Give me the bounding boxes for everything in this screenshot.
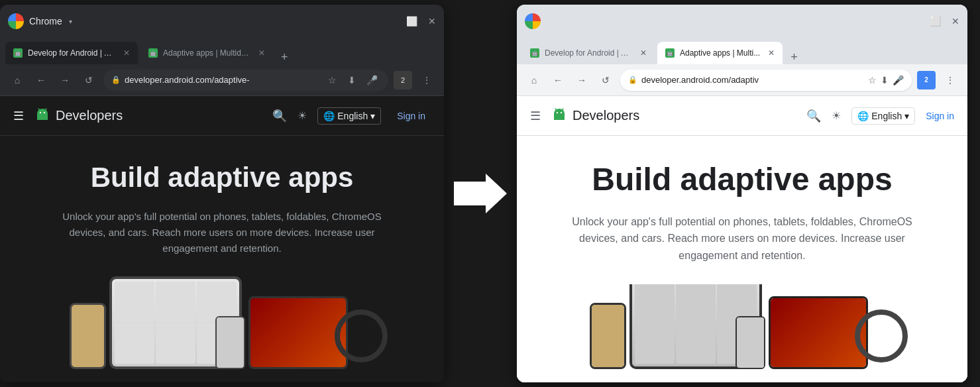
light-sign-in-button[interactable]: Sign in	[926, 111, 954, 121]
tab-adaptive-apps-dark[interactable]: 🤖 Adaptive apps | Multidevic... ✕	[140, 42, 273, 64]
new-tab-light-button[interactable]: +	[785, 50, 803, 64]
arrow-icon	[454, 174, 507, 213]
svg-point-2	[40, 111, 41, 113]
light-forward-button[interactable]: →	[572, 71, 591, 89]
tab-close-button[interactable]: ✕	[123, 48, 130, 58]
light-site-nav: ☰ Developers 🔍 ☀ 🌐	[517, 96, 967, 136]
light-extensions-button[interactable]: 2	[917, 71, 936, 89]
globe-icon: 🌐	[323, 111, 335, 121]
chrome-caret-icon: ▾	[69, 18, 72, 25]
svg-rect-1	[37, 113, 48, 120]
dark-address-bar: ⌂ ← → ↺ 🔒 developer.android.com/adaptive…	[0, 64, 444, 96]
new-tab-button[interactable]: +	[276, 50, 294, 64]
menu-button[interactable]: ⋮	[417, 71, 436, 89]
tab-close-light-button[interactable]: ✕	[640, 48, 647, 58]
url-text-dark: developer.android.com/adaptive-	[125, 75, 319, 85]
mid-phone-screen-dark	[217, 317, 244, 368]
light-mid-phone-screen	[737, 317, 764, 368]
mid-phone-device-dark	[215, 316, 245, 369]
tab-develop-android[interactable]: 🤖 Develop for Android | And... ✕	[5, 42, 138, 64]
light-car-display	[855, 309, 908, 362]
bookmark-icon[interactable]: ☆	[323, 72, 341, 89]
dark-site-nav: ☰ Developers 🔍 ☀ 🌐	[0, 96, 444, 136]
light-foldable-device	[769, 296, 868, 369]
refresh-button[interactable]: ↺	[80, 71, 98, 89]
chrome-label: Chrome	[29, 16, 62, 27]
forward-button[interactable]: →	[56, 71, 74, 89]
dark-page-content: ☰ Developers 🔍 ☀ 🌐	[0, 96, 444, 382]
light-search-icon[interactable]: 🔍	[806, 109, 821, 123]
light-language-selector[interactable]: 🌐 English ▾	[851, 107, 915, 125]
light-download-icon[interactable]: ⬇	[881, 75, 889, 85]
svg-line-4	[38, 109, 40, 110]
security-icon: 🔒	[111, 76, 121, 84]
light-minimize-button[interactable]: ⬜	[930, 16, 941, 27]
light-address-bar: ⌂ ← → ↺ 🔒 developer.android.com/adaptiv …	[517, 64, 967, 96]
light-lang-label: English	[871, 111, 902, 121]
tab-adaptive-light[interactable]: 🤖 Adaptive apps | Multi... ✕	[657, 42, 783, 64]
android-icon	[34, 108, 50, 124]
dark-tabs-bar: 🤖 Develop for Android | And... ✕ 🤖 Adapt…	[0, 38, 444, 64]
hero-title: Build adaptive apps	[91, 162, 354, 193]
light-theme-toggle-icon[interactable]: ☀	[832, 109, 841, 122]
light-window-controls: ⬜ ✕	[930, 16, 959, 27]
light-phone-screen	[592, 305, 624, 367]
phone-device-dark	[70, 303, 106, 369]
light-home-button[interactable]: ⌂	[525, 71, 543, 89]
download-icon[interactable]: ⬇	[343, 72, 360, 89]
close-button[interactable]: ✕	[428, 16, 436, 27]
sign-in-button[interactable]: Sign in	[392, 108, 431, 124]
tab-close-adaptive-light-button[interactable]: ✕	[768, 48, 775, 58]
light-back-button[interactable]: ←	[549, 71, 567, 89]
light-security-icon: 🔒	[628, 76, 637, 84]
light-hamburger-icon[interactable]: ☰	[530, 109, 541, 123]
hamburger-menu-icon[interactable]: ☰	[13, 109, 24, 123]
light-refresh-button[interactable]: ↺	[596, 71, 615, 89]
light-lang-caret-icon: ▾	[904, 111, 909, 121]
light-android-icon	[551, 108, 567, 124]
light-hero-description: Unlock your app's full potential on phon…	[557, 213, 928, 264]
tab-close-adaptive-button[interactable]: ✕	[258, 48, 265, 58]
dark-url-bar[interactable]: 🔒 developer.android.com/adaptive- ☆ ⬇ 🎤	[103, 70, 388, 91]
light-title-bar: ⬜ ✕	[517, 5, 967, 38]
language-selector[interactable]: 🌐 English ▾	[317, 107, 381, 125]
dark-title-bar: Chrome ▾ ⬜ ✕	[0, 5, 444, 38]
site-logo-label: Developers	[56, 108, 123, 123]
home-button[interactable]: ⌂	[8, 71, 27, 89]
search-icon[interactable]: 🔍	[272, 109, 287, 123]
svg-line-5	[45, 109, 46, 110]
light-hero-title: Build adaptive apps	[592, 162, 892, 197]
devices-image	[40, 276, 404, 369]
light-tabs-bar: 🤖 Develop for Android | And... ✕ 🤖 Adapt…	[517, 38, 967, 64]
foldable-screen-dark	[250, 298, 346, 367]
android-logo: Developers	[34, 108, 123, 124]
tab-develop-light[interactable]: 🤖 Develop for Android | And... ✕	[522, 42, 655, 64]
light-close-button[interactable]: ✕	[952, 16, 959, 27]
tab-favicon-icon: 🤖	[13, 48, 23, 58]
svg-point-8	[557, 111, 558, 113]
car-display-dark	[335, 309, 388, 362]
light-menu-button[interactable]: ⋮	[941, 71, 959, 89]
main-container: Chrome ▾ ⬜ ✕ 🤖 Develop for Android | And…	[0, 0, 980, 387]
light-bookmark-icon[interactable]: ☆	[868, 75, 877, 85]
extensions-button[interactable]: 2	[394, 71, 412, 89]
dark-hero-section: Build adaptive apps Unlock your app's fu…	[0, 136, 444, 382]
mic-icon[interactable]: 🎤	[363, 72, 380, 89]
tab-favicon-adaptive-light-icon: 🤖	[665, 48, 675, 58]
tab-favicon-light-icon: 🤖	[530, 48, 539, 58]
light-hero-section: Build adaptive apps Unlock your app's fu…	[517, 136, 967, 382]
svg-line-10	[555, 109, 557, 110]
light-mic-icon[interactable]: 🎤	[893, 75, 904, 85]
minimize-button[interactable]: ⬜	[406, 16, 417, 27]
dark-browser-window: Chrome ▾ ⬜ ✕ 🤖 Develop for Android | And…	[0, 5, 444, 382]
light-url-bar[interactable]: 🔒 developer.android.com/adaptiv ☆ ⬇ 🎤	[620, 70, 912, 91]
back-button[interactable]: ←	[32, 71, 50, 89]
foldable-device-dark	[248, 296, 348, 369]
theme-toggle-icon[interactable]: ☀	[298, 109, 307, 122]
url-text-light: developer.android.com/adaptiv	[641, 75, 864, 85]
svg-point-3	[44, 111, 45, 113]
svg-rect-7	[554, 113, 565, 120]
light-device-layer	[576, 284, 908, 369]
light-devices-image	[557, 284, 928, 369]
hero-description: Unlock your app's full potential on phon…	[43, 209, 401, 256]
